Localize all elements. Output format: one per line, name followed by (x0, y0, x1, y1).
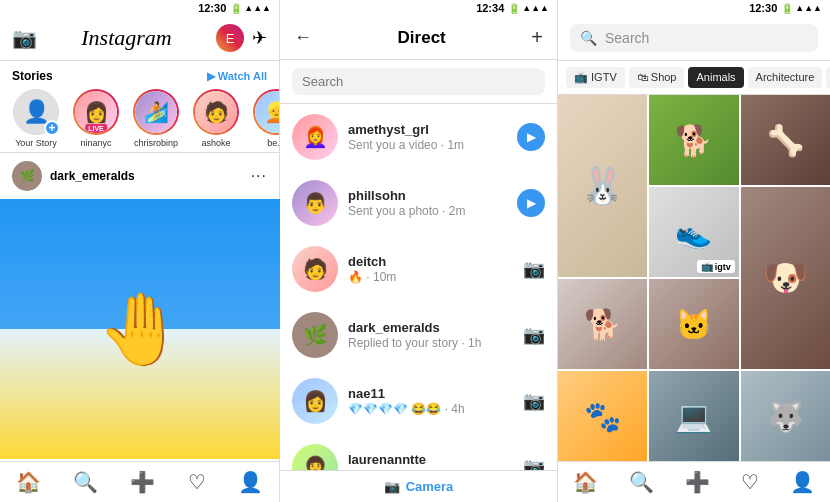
stories-header: Stories ▶ Watch All (0, 69, 279, 89)
nav-search-icon[interactable]: 🔍 (73, 470, 98, 494)
dm-preview-dark-emeralds: Replied to your story · 1h (348, 336, 513, 350)
avatar-emoji-ashoke: 🧑 (204, 100, 229, 124)
story-avatar-ashoke[interactable]: 🧑 (193, 89, 239, 135)
tv-icon: 📺 (701, 261, 713, 272)
grid-cell-dog-brown[interactable]: 🐶 (741, 187, 830, 369)
avatar-img-chrisrobinp: 🏄 (135, 91, 177, 133)
story-item-chrisrobinp[interactable]: 🏄 chrisrobinp (130, 89, 182, 148)
tab-igtv[interactable]: 📺 IGTV (566, 67, 625, 88)
back-button[interactable]: ← (294, 27, 312, 48)
grid-cell-cat[interactable]: 🐱 (649, 279, 738, 369)
explore-grid: 🐰 🐕 🦴 👟 📺 igtv 🐶 🐕 🐱 🐾 (558, 95, 830, 461)
grid-cell-dog2[interactable]: 🐕 (558, 279, 647, 369)
status-time-2: 12:34 (476, 2, 504, 14)
direct-search-area (280, 60, 557, 104)
dm-play-btn-amethyst[interactable]: ▶ (517, 123, 545, 151)
dm-item-deitch[interactable]: 🧑 deitch 🔥 · 10m 📷 (280, 236, 557, 302)
dm-camera-icon-dark-emeralds: 📷 (523, 325, 545, 345)
panel-direct: 12:34 🔋 ▲▲▲ ← Direct + 👩‍🦰 amethyst_grl … (280, 0, 558, 502)
dm-play-btn-phillsohn[interactable]: ▶ (517, 189, 545, 217)
tab-architecture-label: Architecture (756, 71, 815, 83)
story-item-ashoke[interactable]: 🧑 ashoke (190, 89, 242, 148)
new-message-button[interactable]: + (531, 26, 543, 49)
dm-avatar-dark-emeralds: 🌿 (292, 312, 338, 358)
dm-item-dark-emeralds[interactable]: 🌿 dark_emeralds Replied to your story · … (280, 302, 557, 368)
dm-preview-phillsohn: Sent you a photo · 2m (348, 204, 507, 218)
dm-preview-amethyst: Sent you a video · 1m (348, 138, 507, 152)
camera-icon-direct: 📷 (384, 479, 400, 494)
dm-item-amethyst[interactable]: 👩‍🦰 amethyst_grl Sent you a video · 1m ▶ (280, 104, 557, 170)
grid-cell-dog-field[interactable]: 🐕 (649, 95, 738, 185)
tab-igtv-label: 📺 IGTV (574, 71, 617, 83)
hand-image-content: 🤚 (0, 199, 280, 459)
grid-cell-laptop[interactable]: 💻 (649, 371, 738, 461)
direct-icon[interactable]: ✈ (252, 27, 267, 49)
watch-all-button[interactable]: ▶ Watch All (207, 70, 267, 83)
dm-item-laurenanntte[interactable]: 👩‍🦱 laurenanntte Replied to your story ·… (280, 434, 557, 470)
post-image: 🤚 (0, 199, 280, 459)
explore-nav-add-icon[interactable]: ➕ (685, 470, 710, 494)
dm-name-dark-emeralds: dark_emeralds (348, 320, 513, 335)
story-avatar-chrisrobinp[interactable]: 🏄 (133, 89, 179, 135)
nav-add-icon[interactable]: ➕ (130, 470, 155, 494)
explore-nav-heart-icon[interactable]: ♡ (741, 470, 759, 494)
dm-list: 👩‍🦰 amethyst_grl Sent you a video · 1m ▶… (280, 104, 557, 470)
story-avatar-ninanyc[interactable]: 👩 LIVE (73, 89, 119, 135)
post-avatar-emoji: 🌿 (20, 169, 35, 183)
dm-name-deitch: deitch (348, 254, 513, 269)
dm-info-phillsohn: phillsohn Sent you a photo · 2m (348, 188, 507, 218)
explore-search-box[interactable]: 🔍 Search (570, 24, 818, 52)
dm-info-nae11: nae11 💎💎💎💎 😂😂 · 4h (348, 386, 513, 416)
story-item-ninanyc[interactable]: 👩 LIVE ninanyc (70, 89, 122, 148)
dm-avatar-amethyst: 👩‍🦰 (292, 114, 338, 160)
tab-animals-label: Animals (696, 71, 735, 83)
direct-camera-bar: 📷 Camera (280, 470, 557, 502)
dm-item-phillsohn[interactable]: 👨 phillsohn Sent you a photo · 2m ▶ (280, 170, 557, 236)
dm-info-dark-emeralds: dark_emeralds Replied to your story · 1h (348, 320, 513, 350)
avatar-emoji-chrisrobinp: 🏄 (144, 100, 169, 124)
tab-shop[interactable]: 🛍 Shop (629, 67, 685, 88)
post-user-row: 🌿 dark_emeralds ··· (0, 153, 279, 199)
signal-icon-3: ▲▲▲ (795, 3, 822, 13)
dm-name-amethyst: amethyst_grl (348, 122, 507, 137)
grid-cell-sneakers[interactable]: 👟 📺 igtv (649, 187, 738, 277)
dm-info-laurenanntte: laurenanntte Replied to your story · 4h (348, 452, 513, 470)
feed-header: 📷 Instagram E ✈ (0, 16, 279, 61)
explore-search-icon: 🔍 (580, 30, 597, 46)
explore-nav-home-icon[interactable]: 🏠 (573, 470, 598, 494)
activity-icon[interactable]: E (216, 24, 244, 52)
dm-name-nae11: nae11 (348, 386, 513, 401)
post-avatar[interactable]: 🌿 (12, 161, 42, 191)
tab-animals[interactable]: Animals (688, 67, 743, 88)
story-avatar-be[interactable]: 👱 (253, 89, 279, 135)
explore-nav-profile-icon[interactable]: 👤 (790, 470, 815, 494)
story-item-your[interactable]: 👤 + Your Story (10, 89, 62, 148)
avatar-img-ashoke: 🧑 (195, 91, 237, 133)
grid-cell-husky[interactable]: 🐺 (741, 371, 830, 461)
grid-cell-dog-red[interactable]: 🦴 (741, 95, 830, 185)
camera-button[interactable]: 📷 Camera (384, 479, 454, 494)
dm-camera-icon-laurenanntte: 📷 (523, 457, 545, 470)
hand-emoji: 🤚 (97, 288, 184, 370)
explore-nav-search-icon[interactable]: 🔍 (629, 470, 654, 494)
camera-icon[interactable]: 📷 (12, 26, 37, 50)
grid-cell-bunny[interactable]: 🐰 (558, 95, 647, 277)
dm-camera-icon-nae11: 📷 (523, 391, 545, 411)
dm-avatar-laurenanntte: 👩‍🦱 (292, 444, 338, 470)
grid-cell-dog3[interactable]: 🐾 (558, 371, 647, 461)
tab-shop-label: 🛍 Shop (637, 71, 677, 83)
post-username[interactable]: dark_emeralds (50, 169, 135, 183)
story-item-be[interactable]: 👱 be... (250, 89, 279, 148)
tab-architecture[interactable]: Architecture (748, 67, 823, 88)
dm-item-nae11[interactable]: 👩 nae11 💎💎💎💎 😂😂 · 4h 📷 (280, 368, 557, 434)
your-story-avatar[interactable]: 👤 + (13, 89, 59, 135)
direct-search-input[interactable] (292, 68, 545, 95)
explore-tabs: 📺 IGTV 🛍 Shop Animals Architecture Scien… (558, 61, 830, 95)
nav-profile-icon[interactable]: 👤 (238, 470, 263, 494)
post-options-icon[interactable]: ··· (251, 167, 267, 185)
status-time-3: 12:30 (749, 2, 777, 14)
tab-science[interactable]: Science & (826, 67, 830, 88)
nav-home-icon[interactable]: 🏠 (16, 470, 41, 494)
nav-heart-icon[interactable]: ♡ (188, 470, 206, 494)
avatar-img-ninanyc: 👩 LIVE (75, 91, 117, 133)
